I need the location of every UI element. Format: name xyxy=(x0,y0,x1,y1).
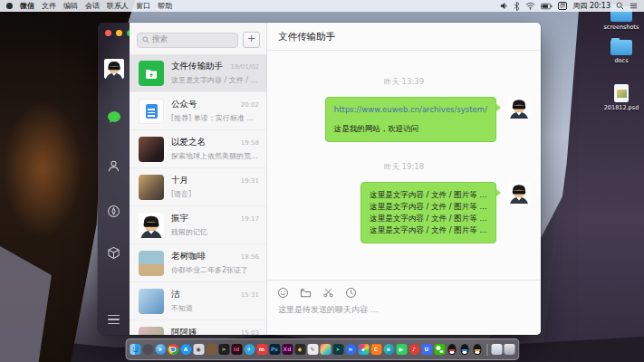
send-file-icon[interactable] xyxy=(299,286,312,299)
battery-icon[interactable] xyxy=(541,3,553,10)
dock-brown-app-icon[interactable] xyxy=(206,344,216,355)
dock-glyph: ▶ xyxy=(399,347,404,352)
chat-preview: 残留的记忆 xyxy=(171,227,259,237)
dock-indesign-icon[interactable]: Id xyxy=(231,344,242,355)
spotlight-search-icon[interactable] xyxy=(616,2,624,10)
dock-glyph: ✎ xyxy=(310,347,314,352)
chat-time: 19:17 xyxy=(241,215,259,223)
nav-more-menu[interactable] xyxy=(98,315,130,325)
desktop-icon-label: 201812.psd xyxy=(604,104,639,111)
dock-music-app-icon[interactable]: ♪ xyxy=(409,344,419,355)
photo-avatar xyxy=(139,289,164,314)
dock-app-store-icon[interactable]: A xyxy=(180,344,191,355)
desktop-icon-label: docs xyxy=(614,57,628,64)
conversation-header: 文件传输助手 xyxy=(267,23,541,51)
dock-adobe-xd-icon[interactable]: Xd xyxy=(282,344,293,355)
chat-list-item-6[interactable]: 洁 15:31 不知道 xyxy=(130,282,266,320)
dock-qq-icon[interactable] xyxy=(447,344,457,355)
dock-terminal-icon[interactable]: > xyxy=(218,344,229,355)
input-method-badge[interactable]: 拼 xyxy=(558,2,568,10)
dock-pixelmator-icon[interactable] xyxy=(320,344,331,355)
dock-orange-app-icon[interactable]: C xyxy=(370,344,381,355)
chat-list-item-1[interactable]: 公众号 20:02 [推荐] 单读：实行标准 释放空… xyxy=(130,92,266,130)
add-chat-button[interactable]: + xyxy=(243,32,260,48)
dock-trash-icon[interactable] xyxy=(504,344,514,355)
message-input[interactable]: 这里是待发送的聊天内容 … xyxy=(278,304,541,316)
dock-finder-icon[interactable] xyxy=(130,344,140,355)
dock-red-m-app-icon[interactable]: m xyxy=(256,344,267,355)
chat-item-main: 公众号 20:02 [推荐] 单读：实行标准 释放空… xyxy=(171,99,259,129)
message-link[interactable]: https://www.euweb.cn/archives/system/ xyxy=(334,104,487,116)
user-avatar[interactable] xyxy=(98,59,130,79)
message-text: 这里是文字内容 / 文件 / 图片等 … xyxy=(370,189,487,201)
dock-glyph: e xyxy=(387,347,390,352)
wallpaper-sunlit-rock xyxy=(4,101,82,237)
menu-0[interactable]: 微信 xyxy=(20,1,34,11)
search-icon xyxy=(142,36,149,43)
close-button[interactable] xyxy=(105,30,111,36)
emoji-icon[interactable] xyxy=(276,286,289,299)
message-bubble[interactable]: 这里是文字内容 / 文件 / 图片等 …这里是文字内容 / 文件 / 图片等 …… xyxy=(360,182,496,243)
dock-edge-app-icon[interactable]: e xyxy=(383,344,394,355)
dock-camera-app-icon[interactable]: ◉ xyxy=(193,344,204,355)
chat-preview: 你都毕业二年多2张证了 xyxy=(171,265,259,275)
search-input[interactable]: 搜索 xyxy=(137,33,238,48)
chat-name: 以爱之名 xyxy=(171,137,206,148)
chat-list-item-3[interactable]: 十月 19:31 [语音] xyxy=(130,168,266,206)
chat-list-item-5[interactable]: 老树咖啡 18:56 你都毕业二年多2张证了 xyxy=(130,244,266,282)
menubar-clock[interactable]: 周四 20:13 xyxy=(572,1,610,11)
notification-center-icon[interactable] xyxy=(630,2,638,10)
dock-photoshop-icon[interactable]: Ps xyxy=(269,344,280,355)
minimize-button[interactable] xyxy=(116,30,122,36)
photo-avatar xyxy=(139,175,164,200)
message-avatar[interactable] xyxy=(508,182,530,204)
menu-3[interactable]: 会话 xyxy=(85,1,100,11)
menu-2[interactable]: 编辑 xyxy=(63,1,78,11)
apple-menu-icon[interactable] xyxy=(6,3,13,9)
dock-qq-intl-icon[interactable] xyxy=(472,344,483,355)
dock-blue-badge-app-icon[interactable]: ∞ xyxy=(345,344,356,355)
dock-photos-icon[interactable] xyxy=(358,344,369,355)
desktop-icon-1[interactable]: docs xyxy=(601,40,642,64)
desktop-icon-2[interactable]: 201812.psd xyxy=(601,84,642,111)
dock-wechat-icon[interactable] xyxy=(434,344,445,355)
bluetooth-icon[interactable] xyxy=(514,2,520,11)
dock-glyph: A xyxy=(184,347,188,352)
menu-1[interactable]: 文件 xyxy=(42,1,56,11)
chat-item-main: 洁 15:31 不知道 xyxy=(171,289,259,319)
menu-6[interactable]: 帮助 xyxy=(158,1,172,11)
dock-play-app-icon[interactable]: ▶ xyxy=(396,344,407,355)
dock-youdao-icon[interactable]: U xyxy=(421,344,432,355)
menu-5[interactable]: 窗口 xyxy=(136,1,150,11)
chat-list-item-2[interactable]: 以爱之名 19:58 探索地球上依然美丽的荒野与… xyxy=(130,130,266,168)
wifi-icon[interactable] xyxy=(525,2,535,10)
nav-chats-tab[interactable] xyxy=(98,110,130,125)
dock-downloads-folder-icon[interactable] xyxy=(491,344,502,355)
dock-teal-app-icon[interactable]: ➤ xyxy=(332,344,343,355)
dock-chrome-icon[interactable] xyxy=(168,344,178,355)
message-avatar[interactable] xyxy=(508,97,530,119)
chats-bubble-icon xyxy=(107,110,121,125)
dock-tim-icon[interactable] xyxy=(459,344,470,355)
screenshot-scissors-icon[interactable] xyxy=(322,286,334,299)
nav-contacts-tab[interactable] xyxy=(98,159,130,173)
chat-time: 20:02 xyxy=(241,101,259,109)
dock-sketch-icon[interactable]: ◆ xyxy=(294,344,305,355)
nav-discover-tab[interactable] xyxy=(98,205,130,218)
folder-icon xyxy=(610,40,632,55)
chat-list-item-0[interactable]: 文件传输助手 19/01/02 这里是文字内容 / 文件 / 图片等… xyxy=(130,54,266,92)
nav-files-tab[interactable] xyxy=(98,246,130,260)
dock-gray-app-icon[interactable] xyxy=(142,344,153,355)
chat-list-item-4[interactable]: 振宇 19:17 残留的记忆 xyxy=(130,206,266,244)
date-divider: 昨天 13:39 xyxy=(278,77,530,88)
dock-telegram-icon[interactable]: ✈ xyxy=(244,344,255,355)
chat-item-main: 十月 19:31 [语音] xyxy=(171,175,259,205)
chat-list-item-7[interactable]: 阿阿姨 15:03 知道了 xyxy=(130,320,266,335)
volume-icon[interactable] xyxy=(500,2,508,10)
dock-safari-icon[interactable]: ➤ xyxy=(155,344,166,355)
dock-notes-app-icon[interactable]: ✎ xyxy=(307,344,318,355)
menu-4[interactable]: 联系人 xyxy=(107,1,129,11)
dock-glyph: U xyxy=(425,347,429,352)
chat-history-clock-icon[interactable] xyxy=(344,286,357,299)
message-bubble[interactable]: https://www.euweb.cn/archives/system/这是我… xyxy=(325,97,496,142)
